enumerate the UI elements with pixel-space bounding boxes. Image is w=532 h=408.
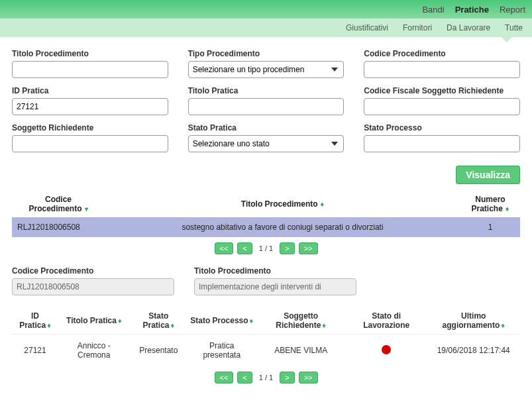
cell-numero: 1 — [460, 217, 520, 237]
cell-stato-lavorazione — [346, 334, 427, 367]
cell-stato-pratica: Presentato — [130, 334, 188, 367]
th-ultimo-aggiornamento[interactable]: Ultimo aggiornamento♦ — [427, 307, 520, 334]
label-titolo-procedimento: Titolo Procedimento — [12, 49, 168, 58]
pager-pratiche: << < 1 / 1 > >> — [0, 366, 532, 393]
input-titolo-pratica[interactable] — [188, 98, 345, 115]
label-id-pratica: ID Pratica — [12, 86, 168, 95]
procedimenti-table: Codice Procedimento Titolo Procedimento … — [12, 191, 520, 237]
sub-nav: Giustificativi Fornitori Da Lavorare Tut… — [0, 19, 532, 37]
search-form: Titolo Procedimento Tipo Procedimento Se… — [0, 37, 532, 166]
th-stato-lavorazione[interactable]: Stato di Lavorazione — [346, 307, 427, 334]
cell-titolo: sostegno abitativo a favore di coniugi s… — [105, 217, 460, 237]
input-soggetto-richiedente[interactable] — [12, 135, 168, 152]
nav-pratiche[interactable]: Pratiche — [455, 5, 489, 15]
subnav-da-lavorare[interactable]: Da Lavorare — [447, 23, 490, 32]
cell-ultimo: 19/06/2018 12:17:44 — [427, 334, 520, 367]
th-stato-processo[interactable]: Stato Processo♦ — [187, 307, 256, 334]
select-tipo-procedimento[interactable]: Selezionare un tipo procedimen — [188, 61, 345, 78]
label-detail-titolo: Titolo Procedimento — [194, 266, 356, 276]
nav-report[interactable]: Report — [500, 5, 525, 15]
sort-icon: ♦ — [118, 317, 122, 325]
pager-last-button[interactable]: >> — [299, 242, 318, 254]
input-titolo-procedimento[interactable] — [12, 61, 168, 78]
detail-form: Codice Procedimento Titolo Procedimento — [0, 264, 532, 307]
pager-first-button[interactable]: << — [215, 242, 234, 254]
subnav-tutte[interactable]: Tutte — [505, 23, 523, 32]
table-row[interactable]: 27121 Annicco - Cremona Presentato Prati… — [12, 334, 520, 367]
sort-icon: ♦ — [501, 321, 505, 329]
pager-info: 1 / 1 — [256, 244, 276, 252]
label-detail-codice: Codice Procedimento — [12, 266, 174, 276]
label-tipo-procedimento: Tipo Procedimento — [188, 49, 345, 58]
th-titolo-pratica[interactable]: Titolo Pratica♦ — [58, 307, 129, 334]
pager-prev-button[interactable]: < — [237, 242, 252, 254]
table-row[interactable]: RLJ12018006508 sostegno abitativo a favo… — [12, 217, 520, 237]
pager-prev-button[interactable]: < — [237, 372, 252, 383]
pager-procedimenti: << < 1 / 1 > >> — [0, 237, 532, 264]
input-detail-titolo — [194, 278, 356, 295]
input-id-pratica[interactable] — [12, 98, 168, 115]
th-numero-pratiche[interactable]: Numero Pratiche — [460, 191, 520, 217]
cell-soggetto: ABENE VILMA — [256, 334, 346, 367]
th-id-pratica[interactable]: ID Pratica♦ — [12, 307, 58, 334]
label-soggetto-richiedente: Soggetto Richiedente — [12, 123, 168, 132]
pager-info: 1 / 1 — [256, 374, 276, 382]
select-stato-pratica[interactable]: Selezionare uno stato — [188, 135, 345, 152]
sort-icon: ♦ — [322, 321, 326, 329]
cell-id-pratica: 27121 — [12, 334, 58, 367]
label-titolo-pratica: Titolo Pratica — [188, 86, 345, 95]
sort-icon: ♦ — [47, 321, 51, 329]
label-codice-procedimento: Codice Procedimento — [364, 49, 520, 58]
pratiche-table: ID Pratica♦ Titolo Pratica♦ Stato Pratic… — [12, 307, 520, 366]
pager-last-button[interactable]: >> — [299, 372, 318, 383]
input-codice-fiscale[interactable] — [364, 98, 520, 115]
label-stato-pratica: Stato Pratica — [188, 123, 345, 132]
pager-next-button[interactable]: > — [280, 242, 294, 254]
input-codice-procedimento[interactable] — [364, 61, 520, 78]
th-titolo-procedimento[interactable]: Titolo Procedimento — [105, 191, 460, 217]
pager-next-button[interactable]: > — [280, 372, 294, 383]
cell-stato-processo: Pratica presentata — [187, 334, 256, 367]
nav-bandi[interactable]: Bandi — [422, 5, 444, 15]
label-codice-fiscale: Codice Fiscale Soggetto Richiedente — [364, 86, 520, 95]
th-stato-pratica[interactable]: Stato Pratica♦ — [130, 307, 188, 334]
status-dot-icon — [382, 345, 391, 354]
pager-first-button[interactable]: << — [215, 372, 234, 383]
th-soggetto[interactable]: Soggetto Richiedente♦ — [256, 307, 346, 334]
sort-icon: ♦ — [171, 321, 175, 329]
visualizza-button[interactable]: Visualizza — [456, 166, 520, 184]
cell-codice: RLJ12018006508 — [12, 217, 105, 237]
cell-titolo-pratica: Annicco - Cremona — [58, 334, 129, 367]
sort-icon: ♦ — [250, 317, 254, 325]
th-codice-procedimento[interactable]: Codice Procedimento — [12, 191, 105, 217]
input-stato-processo[interactable] — [364, 135, 520, 152]
subnav-fornitori[interactable]: Fornitori — [403, 23, 432, 32]
input-detail-codice — [12, 278, 174, 295]
subnav-giustificativi[interactable]: Giustificativi — [346, 23, 388, 32]
label-stato-processo: Stato Processo — [364, 123, 520, 132]
main-nav: Bandi Pratiche Report — [0, 0, 532, 19]
